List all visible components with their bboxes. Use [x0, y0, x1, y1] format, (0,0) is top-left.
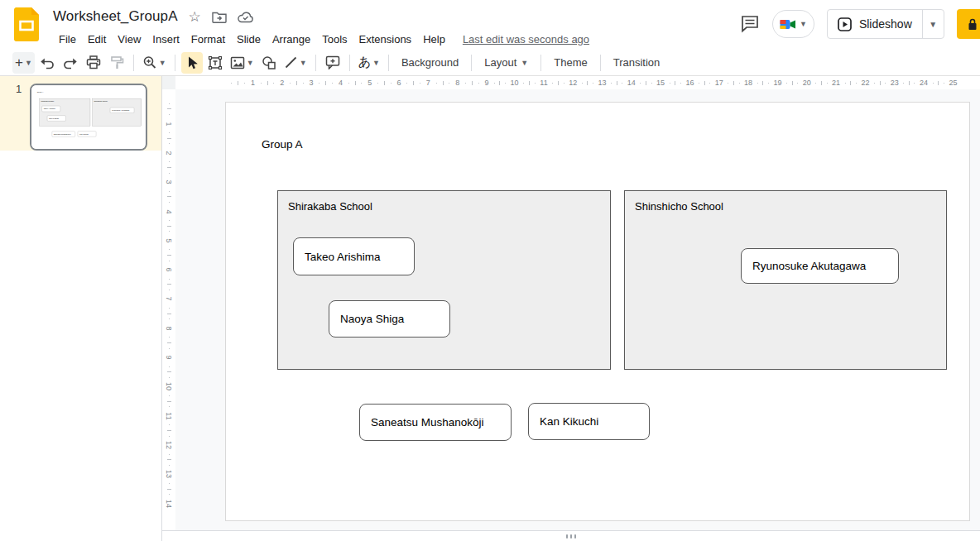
menu-edit[interactable]: Edit [82, 31, 112, 47]
menu-arrange[interactable]: Arrange [267, 31, 316, 47]
group-label: Shinshicho School [94, 100, 107, 102]
group-box-shirakaba[interactable]: Shirakaba School [277, 190, 611, 370]
text-box-button[interactable] [204, 52, 226, 74]
name-card-ryunosuke-akutagawa[interactable]: Ryunosuke Akutagawa [741, 248, 899, 284]
print-button[interactable] [83, 52, 104, 74]
name-card-naoya-shiga[interactable]: Naoya Shiga [329, 300, 450, 338]
insert-line-button[interactable]: ▼ [281, 52, 310, 74]
name-card-ryunosuke-akutagawa[interactable]: Ryunosuke Akutagawa [110, 108, 134, 113]
share-button[interactable]: Sha [957, 9, 980, 39]
group-label: Shirakaba School [288, 200, 372, 213]
name-card-kan-kikuchi[interactable]: Kan Kikuchi [528, 403, 650, 440]
background-button[interactable]: Background [394, 52, 466, 74]
slide-filmstrip: 1 Group A Shirakaba School Shinshicho Sc… [0, 76, 162, 541]
paint-format-button[interactable] [106, 52, 127, 74]
slide: Group A Shirakaba School Shinshicho Scho… [225, 102, 970, 521]
menu-insert[interactable]: Insert [147, 31, 185, 47]
name-card-saneatsu-mushanokoji[interactable]: Saneatsu Mushanokōji [52, 132, 75, 137]
last-edit-link[interactable]: Last edit was seconds ago [463, 33, 589, 45]
slide-thumbnail[interactable]: Group A Shirakaba School Shinshicho Scho… [30, 84, 147, 151]
open-comments-icon[interactable] [740, 15, 760, 33]
app-header: Worksheet_GroupA ☆ File Edit View Insert… [0, 0, 980, 50]
move-to-folder-icon[interactable] [212, 11, 227, 23]
lock-icon [968, 18, 978, 31]
select-tool-button[interactable] [181, 52, 203, 74]
menu-file[interactable]: File [53, 31, 82, 47]
group-label: Shirakaba School [41, 100, 55, 102]
theme-button[interactable]: Theme [546, 52, 594, 74]
document-title[interactable]: Worksheet_GroupA [53, 8, 178, 25]
cloud-saved-icon[interactable] [238, 11, 254, 23]
redo-button[interactable] [60, 52, 81, 74]
zoom-button[interactable]: ▼ [140, 52, 169, 74]
insert-comment-button[interactable] [322, 52, 343, 74]
name-card-saneatsu-mushanokoji[interactable]: Saneatsu Mushanokōji [359, 404, 512, 441]
menu-help[interactable]: Help [417, 31, 451, 47]
slide: Group A Shirakaba School Shinshicho Scho… [31, 85, 145, 149]
meet-caret-icon: ▼ [800, 20, 807, 28]
menu-format[interactable]: Format [185, 31, 231, 47]
slide-title-textbox[interactable]: Group A [262, 138, 303, 151]
canvas-area: 1234567891011121314151617181920212223242… [162, 76, 980, 541]
menu-tools[interactable]: Tools [316, 31, 353, 47]
name-card-naoya-shiga[interactable]: Naoya Shiga [47, 116, 65, 122]
input-tools-button[interactable]: あ ▼ [356, 52, 382, 74]
group-box-shirakaba[interactable]: Shirakaba School [40, 98, 90, 126]
slide-number: 1 [16, 83, 22, 95]
slide-title-textbox[interactable]: Group A [37, 91, 44, 93]
name-card-takeo-arishima[interactable]: Takeo Arishima [42, 106, 60, 112]
name-card-takeo-arishima[interactable]: Takeo Arishima [293, 237, 415, 275]
menu-slide[interactable]: Slide [231, 31, 267, 47]
speaker-notes-handle[interactable] [162, 530, 980, 541]
slideshow-button[interactable]: Slideshow ▼ [827, 9, 944, 39]
slideshow-play-icon [838, 17, 852, 31]
menu-extensions[interactable]: Extensions [353, 31, 418, 47]
layout-button[interactable]: Layout▼ [477, 52, 536, 74]
insert-image-button[interactable]: ▼ [228, 52, 257, 74]
menu-view[interactable]: View [112, 31, 147, 47]
insert-shape-button[interactable] [258, 52, 280, 74]
ruler-corner [162, 76, 175, 89]
vertical-ruler: 1234567891011121314 [162, 89, 175, 530]
name-card-kan-kikuchi[interactable]: Kan Kikuchi [78, 132, 96, 137]
new-slide-button[interactable]: +▼ [12, 52, 35, 74]
group-label: Shinshicho School [635, 200, 723, 213]
star-icon[interactable]: ☆ [189, 8, 201, 26]
horizontal-ruler: 1234567891011121314151617181920212223242… [175, 76, 980, 89]
transition-button[interactable]: Transition [606, 52, 668, 74]
menu-bar: File Edit View Insert Format Slide Arran… [53, 30, 589, 48]
input-tools-glyph: あ [358, 55, 371, 70]
slideshow-options-caret[interactable]: ▼ [922, 10, 944, 38]
google-slides-logo[interactable] [14, 7, 39, 41]
join-meet-button[interactable]: ▼ [772, 10, 814, 38]
toolbar: +▼ ▼ ▼ ▼ あ ▼ Background Layo [0, 50, 980, 76]
undo-button[interactable] [36, 52, 58, 74]
selected-slide-row: 1 Group A Shirakaba School Shinshicho Sc… [0, 76, 161, 151]
